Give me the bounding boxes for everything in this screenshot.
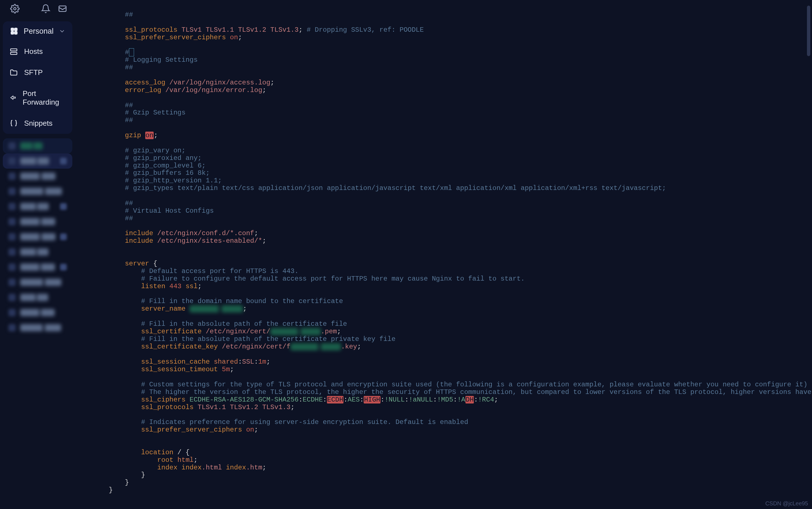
workspace-selector[interactable]: Personal: [3, 21, 72, 41]
sync-icon[interactable]: [58, 4, 67, 13]
nav-label: Snippets: [24, 119, 52, 128]
connection-label: [20, 218, 55, 225]
svg-rect-4: [11, 31, 13, 34]
connection-tag: [60, 158, 67, 164]
scrollbar[interactable]: [806, 0, 811, 509]
connection-list: [0, 138, 75, 509]
connection-label: [20, 248, 48, 256]
connection-label: [20, 158, 49, 165]
host-icon: [8, 203, 16, 210]
nav-snippets[interactable]: Snippets: [3, 113, 72, 134]
code-editor[interactable]: ## ssl_protocols TLSv1 TLSv1.1 TLSv1.2 T…: [75, 0, 812, 509]
connection-label: [20, 309, 55, 316]
connection-label: [20, 188, 62, 195]
svg-point-0: [14, 8, 16, 10]
nav-label: SFTP: [24, 68, 43, 77]
connection-label: [20, 279, 62, 286]
svg-rect-1: [59, 6, 66, 11]
connection-item[interactable]: [3, 290, 72, 305]
host-icon: [8, 218, 16, 225]
connection-item[interactable]: [3, 138, 72, 154]
forward-icon: [9, 94, 16, 102]
nav-hosts[interactable]: Hosts: [3, 41, 72, 62]
host-icon: [8, 294, 16, 301]
connection-label: [20, 264, 55, 271]
connection-label: [20, 294, 48, 301]
connection-item[interactable]: [3, 244, 72, 260]
connection-label: [20, 233, 56, 240]
bell-icon[interactable]: [41, 4, 50, 13]
connection-label: [20, 324, 61, 331]
nav-sftp[interactable]: SFTP: [3, 62, 72, 83]
connection-item[interactable]: [3, 229, 72, 244]
connection-item[interactable]: [3, 184, 72, 199]
svg-rect-5: [14, 31, 17, 34]
hosts-icon: [9, 47, 18, 56]
host-icon: [8, 324, 16, 331]
svg-rect-7: [11, 52, 17, 55]
connection-item[interactable]: [3, 154, 72, 169]
host-icon: [8, 233, 16, 240]
connection-label: [20, 173, 56, 180]
host-icon: [8, 279, 16, 286]
svg-rect-6: [11, 49, 17, 51]
host-icon: [8, 188, 16, 195]
svg-rect-3: [14, 28, 17, 31]
connection-label: [20, 203, 49, 210]
sidebar-header: [0, 0, 75, 21]
svg-rect-2: [11, 28, 13, 31]
nav-label: Hosts: [24, 47, 43, 56]
connection-tag: [60, 203, 67, 210]
connection-tag: [60, 264, 67, 271]
connection-item[interactable]: [3, 275, 72, 290]
nav-portforwarding[interactable]: Port Forwarding: [3, 83, 72, 113]
connection-label: [20, 142, 43, 149]
host-icon: [8, 142, 16, 149]
connection-item[interactable]: [3, 320, 72, 335]
sidebar: Personal Hosts SFTP Port Forwarding Snip…: [0, 0, 75, 509]
host-icon: [8, 173, 16, 180]
scrollbar-thumb[interactable]: [807, 6, 810, 56]
connection-item[interactable]: [3, 305, 72, 320]
connection-item[interactable]: [3, 214, 72, 229]
nav-label: Port Forwarding: [23, 89, 66, 107]
host-icon: [8, 264, 16, 271]
host-icon: [8, 158, 16, 165]
workspace-icon: [9, 26, 19, 36]
connection-item[interactable]: [3, 260, 72, 275]
workspace-block: Personal Hosts SFTP Port Forwarding Snip…: [3, 21, 72, 134]
connection-item[interactable]: [3, 169, 72, 184]
connection-item[interactable]: [3, 199, 72, 214]
workspace-label: Personal: [24, 27, 54, 36]
connection-tag: [60, 233, 67, 240]
folder-icon: [9, 68, 18, 77]
host-icon: [8, 309, 16, 316]
host-icon: [8, 248, 16, 256]
gear-icon[interactable]: [10, 4, 20, 13]
watermark: CSDN @jcLee95: [765, 500, 808, 507]
braces-icon: [9, 119, 18, 128]
chevron-down-icon: [59, 28, 66, 35]
code-content: ## ssl_protocols TLSv1 TLSv1.1 TLSv1.2 T…: [109, 11, 801, 494]
